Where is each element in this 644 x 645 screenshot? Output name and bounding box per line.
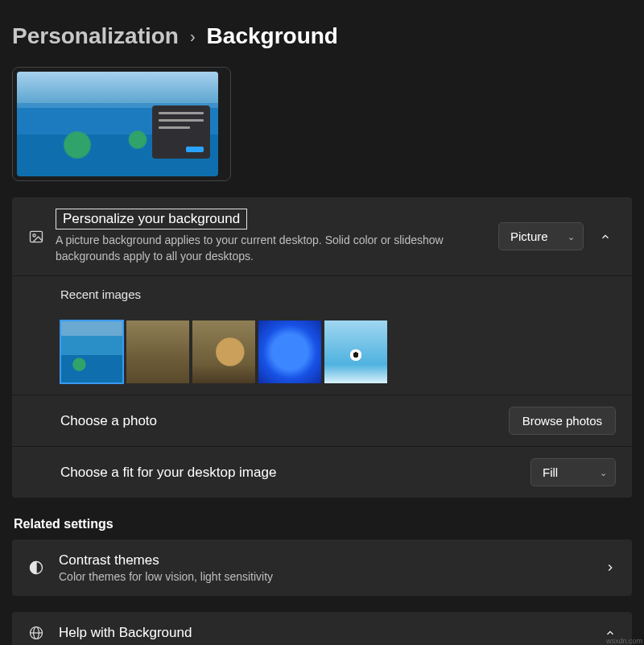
fit-value: Fill	[543, 465, 558, 479]
personalize-description: A picture background applies to your cur…	[56, 233, 487, 264]
recent-image-4[interactable]	[258, 320, 321, 383]
contrast-themes-row[interactable]: Contrast themes Color themes for low vis…	[12, 540, 632, 596]
help-card: Help with Background Getting new wallpap…	[12, 612, 632, 645]
svg-rect-0	[31, 231, 43, 242]
recent-image-3[interactable]	[192, 320, 255, 383]
recent-image-1[interactable]	[60, 320, 123, 383]
related-settings-card: Contrast themes Color themes for low vis…	[12, 540, 632, 596]
chevron-up-icon	[600, 231, 611, 242]
recent-image-2[interactable]	[126, 320, 189, 383]
desktop-preview	[12, 67, 231, 181]
chevron-down-icon: ⌄	[600, 467, 607, 478]
breadcrumb: Personalization › Background	[12, 23, 632, 49]
image-icon	[28, 229, 44, 245]
contrast-themes-title: Contrast themes	[59, 552, 590, 569]
background-type-dropdown[interactable]: Picture ⌄	[498, 222, 584, 250]
help-header-row[interactable]: Help with Background	[12, 612, 632, 645]
chevron-right-icon: ›	[190, 27, 196, 46]
background-type-value: Picture	[510, 229, 548, 243]
recent-images-title: Recent images	[60, 287, 141, 301]
related-settings-heading: Related settings	[14, 517, 632, 531]
window-mockup	[152, 105, 210, 159]
breadcrumb-current: Background	[207, 23, 338, 49]
contrast-themes-sub: Color themes for low vision, light sensi…	[59, 570, 590, 583]
help-title: Help with Background	[59, 625, 590, 641]
choose-fit-label: Choose a fit for your desktop image	[60, 465, 519, 481]
chevron-down-icon: ⌄	[568, 231, 575, 242]
footer-credit: wsxdn.com	[606, 637, 642, 645]
recent-images-list	[60, 320, 387, 383]
collapse-section-button[interactable]	[595, 228, 616, 246]
browse-photos-button[interactable]: Browse photos	[509, 407, 616, 435]
breadcrumb-parent[interactable]: Personalization	[12, 23, 179, 49]
svg-point-1	[33, 234, 35, 236]
fit-dropdown[interactable]: Fill ⌄	[530, 458, 616, 486]
contrast-icon	[28, 560, 44, 576]
personalize-title: Personalize your background	[56, 209, 247, 229]
globe-icon	[28, 625, 44, 641]
choose-photo-label: Choose a photo	[60, 413, 497, 429]
wallpaper-preview	[17, 72, 218, 176]
chevron-right-icon	[605, 562, 616, 573]
recent-image-5[interactable]	[324, 320, 387, 383]
personalize-card: Personalize your background A picture ba…	[12, 197, 632, 498]
